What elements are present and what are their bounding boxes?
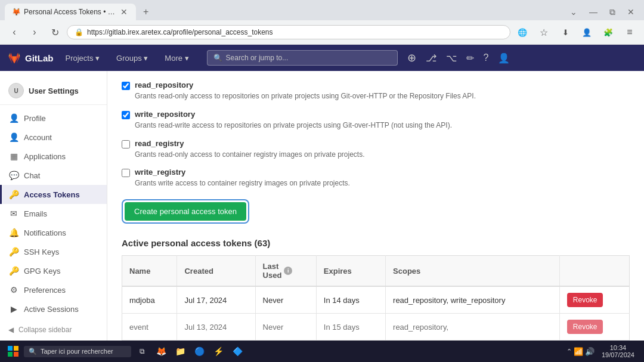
sidebar-collapse-button[interactable]: ◀ Collapse sidebar: [0, 321, 107, 339]
read-repository-desc: Grants read-only access to repositories …: [135, 91, 630, 101]
tokens-table: Name Created LastUsed i Expires Scopes: [122, 255, 630, 341]
tab-close-icon[interactable]: ✕: [119, 7, 129, 17]
forward-button[interactable]: ›: [26, 24, 43, 41]
last-used-info-icon[interactable]: i: [284, 267, 292, 275]
network-icon: 📶: [574, 347, 583, 356]
sidebar-item-chat[interactable]: 💬 Chat: [0, 166, 107, 185]
translate-icon[interactable]: 🌐: [514, 24, 531, 41]
read-registry-checkbox[interactable]: [122, 140, 130, 148]
sidebar-item-ssh-keys[interactable]: 🔑 SSH Keys: [0, 242, 107, 261]
minimize-icon[interactable]: —: [584, 5, 602, 19]
permission-write-registry: write_registry Grants write access to co…: [122, 168, 630, 188]
gitlab-logo[interactable]: GitLab: [7, 51, 54, 65]
gpg-icon: 🔑: [8, 266, 19, 276]
token-actions: Revoke: [559, 314, 629, 341]
issues-icon[interactable]: ✏: [464, 50, 476, 66]
nav-groups[interactable]: Groups ▾: [112, 51, 153, 65]
sidebar-item-profile[interactable]: 👤 Profile: [0, 109, 107, 128]
svg-rect-2: [8, 352, 13, 357]
search-icon: 🔍: [29, 348, 37, 355]
profile-icon[interactable]: 👤: [578, 24, 595, 41]
bookmark-icon[interactable]: ☆: [535, 24, 552, 41]
table-row: mdjoba Jul 17, 2024 Never In 14 days rea…: [122, 286, 630, 314]
menu-icon[interactable]: ≡: [621, 24, 638, 41]
write-registry-desc: Grants write access to container registr…: [135, 178, 630, 188]
read-repository-checkbox[interactable]: [122, 82, 130, 90]
token-name: event: [122, 314, 177, 341]
button-highlight-ring: Create personal access token: [122, 199, 249, 224]
token-actions: Revoke: [559, 286, 629, 314]
revoke-button[interactable]: Revoke: [567, 320, 603, 334]
volume-icon: 🔊: [585, 347, 595, 356]
close-icon[interactable]: ✕: [623, 5, 639, 19]
sidebar-item-active-sessions[interactable]: ▶ Active Sessions: [0, 299, 107, 318]
user-avatar-button[interactable]: 👤: [496, 50, 512, 66]
address-bar[interactable]: 🔒 https://gitlab.irex.aretex.ca/profile/…: [67, 25, 510, 39]
taskbar-search[interactable]: 🔍 Taper ici pour rechercher: [24, 346, 131, 357]
tab-favicon: 🦊: [12, 8, 20, 16]
sidebar-item-account[interactable]: 👤 Account: [0, 128, 107, 147]
taskbar: 🔍 Taper ici pour rechercher ⧉ 🦊 📁 🔵 ⚡ 🔷 …: [0, 341, 644, 362]
help-icon[interactable]: ?: [481, 50, 491, 66]
taskbar-clock[interactable]: 10:34 19/07/2024: [597, 344, 639, 358]
taskbar-icon-5[interactable]: 🔷: [229, 343, 246, 360]
sidebar-item-label: Preferences: [24, 286, 66, 295]
col-header-scopes: Scopes: [386, 256, 560, 287]
reload-button[interactable]: ↻: [47, 24, 63, 41]
nav-projects[interactable]: Projects ▾: [61, 51, 105, 65]
write-repository-desc: Grants read-write access to repositories…: [135, 120, 630, 131]
browser-chrome: 🦊 Personal Access Tokens • User S ✕ + ⌄ …: [0, 0, 644, 45]
task-view-button[interactable]: ⧉: [134, 343, 150, 360]
browser-nav: ‹ › ↻ 🔒 https://gitlab.irex.aretex.ca/pr…: [0, 20, 644, 44]
download-icon[interactable]: ⬇: [557, 24, 574, 41]
search-text: Taper ici pour rechercher: [41, 348, 113, 355]
new-tab-button[interactable]: +: [138, 4, 153, 20]
sidebar-item-label: Profile: [24, 114, 46, 123]
sidebar-item-label: Active Sessions: [24, 305, 79, 314]
permission-read-registry: read_registry Grants read-only access to…: [122, 139, 630, 160]
write-registry-checkbox[interactable]: [122, 169, 130, 177]
tab-overflow-icon[interactable]: ⌄: [565, 5, 582, 19]
read-registry-label: read_registry: [135, 139, 184, 148]
merge-requests-icon[interactable]: ⌥: [444, 50, 459, 66]
extensions-icon[interactable]: 🧩: [600, 24, 617, 41]
svg-rect-0: [8, 346, 13, 351]
taskbar-icon-4[interactable]: ⚡: [210, 343, 227, 360]
table-title: Active personal access tokens (63): [122, 238, 630, 248]
tab-title: Personal Access Tokens • User S: [24, 8, 116, 16]
sidebar-item-access-tokens[interactable]: 🔑 Access Tokens: [0, 185, 107, 204]
sidebar-item-notifications[interactable]: 🔔 Notifications: [0, 223, 107, 242]
notifications-icon: 🔔: [8, 228, 19, 237]
sidebar-item-preferences[interactable]: ⚙ Preferences: [0, 280, 107, 299]
sidebar-item-gpg-keys[interactable]: 🔑 GPG Keys: [0, 261, 107, 280]
revoke-button[interactable]: Revoke: [567, 293, 603, 307]
token-name: mdjoba: [122, 286, 177, 314]
taskbar-icon-3[interactable]: 🔵: [191, 343, 208, 360]
restore-icon[interactable]: ⧉: [605, 5, 620, 20]
create-new-button[interactable]: ⊕: [405, 49, 419, 67]
taskbar-explorer-icon[interactable]: 📁: [172, 343, 188, 360]
sidebar: U User Settings 👤 Profile 👤 Account ▦ Ap…: [0, 71, 107, 362]
gitlab-header: GitLab Projects ▾ Groups ▾ More ▾ 🔍 Sear…: [0, 45, 644, 71]
header-search[interactable]: 🔍 Search or jump to...: [207, 50, 398, 66]
commits-icon[interactable]: ⎇: [423, 50, 439, 66]
back-button[interactable]: ‹: [6, 24, 23, 41]
browser-tab[interactable]: 🦊 Personal Access Tokens • User S ✕: [5, 4, 136, 20]
table-section: Active personal access tokens (63) Name …: [122, 238, 630, 341]
sidebar-item-label: Emails: [24, 209, 47, 218]
write-repository-label: write_repository: [135, 110, 195, 119]
sidebar-item-emails[interactable]: ✉ Emails: [0, 204, 107, 223]
lock-icon: 🔒: [75, 28, 83, 36]
taskbar-firefox-icon[interactable]: 🦊: [153, 343, 169, 360]
sidebar-item-label: Account: [24, 133, 52, 142]
write-repository-checkbox[interactable]: [122, 111, 130, 119]
systray-icons: ⌃: [566, 348, 572, 355]
sidebar-item-applications[interactable]: ▦ Applications: [0, 147, 107, 166]
nav-more[interactable]: More ▾: [160, 51, 193, 65]
create-token-button[interactable]: Create personal access token: [125, 202, 246, 221]
write-registry-label: write_registry: [135, 168, 185, 177]
account-icon: 👤: [8, 132, 19, 142]
svg-rect-1: [14, 346, 18, 351]
token-last-used: Never: [255, 286, 316, 314]
start-button[interactable]: [5, 343, 21, 360]
